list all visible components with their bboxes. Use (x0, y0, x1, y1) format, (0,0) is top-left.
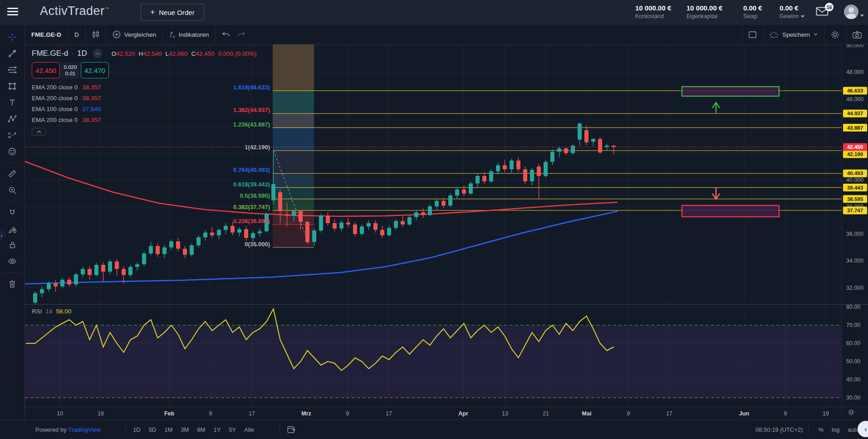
gear-icon (831, 30, 839, 39)
indicators-button[interactable]: ƒx Indikatoren (163, 25, 216, 44)
emoji-tool-icon[interactable] (4, 144, 21, 160)
balance-stat: 10 000.00 €Kontostand (635, 4, 671, 20)
indicator-row[interactable]: EMA 100 close 037.646 (32, 106, 256, 112)
indicator-row[interactable]: EMA 200 close 038.357 (32, 117, 256, 123)
pattern-tool-icon[interactable] (4, 111, 21, 127)
swap-stat: 0.00 €Swap (743, 4, 762, 20)
percent-scale-button[interactable]: % (814, 426, 828, 433)
chevron-up-icon (37, 131, 41, 133)
avatar[interactable] (844, 5, 858, 19)
account-menu-chevron-icon[interactable] (860, 15, 864, 17)
powered-by-label: Powered by (35, 426, 67, 433)
rsi-legend[interactable]: RSI14 58.00 (32, 308, 71, 315)
drawing-toolbar (0, 25, 25, 419)
log-scale-button[interactable]: log (828, 426, 843, 433)
indicator-row[interactable]: EMA 200 close 038.357 (32, 95, 256, 102)
undo-icon[interactable] (222, 31, 230, 38)
range-button-1y[interactable]: 1Y (209, 426, 225, 433)
legend-interval[interactable]: 1D (77, 49, 87, 58)
svg-text:17: 17 (666, 410, 672, 417)
forecast-tool-icon[interactable] (4, 127, 21, 144)
redo-icon[interactable] (237, 31, 245, 38)
svg-text:37.747: 37.747 (847, 208, 863, 213)
svg-text:0.236(36.697): 0.236(36.697) (233, 218, 270, 224)
watchlist-expand-button[interactable]: › (0, 231, 3, 239)
user-icon (844, 5, 858, 19)
crosshair-tool-icon[interactable] (4, 29, 21, 46)
go-to-date-icon[interactable] (287, 426, 296, 434)
svg-text:Feb: Feb (164, 410, 175, 417)
magnet-tool-icon[interactable] (4, 205, 21, 221)
axis-settings-icon[interactable] (848, 409, 855, 418)
symbol-button[interactable]: FME.GE-D (25, 25, 68, 44)
svg-text:10: 10 (57, 410, 63, 417)
svg-text:0.382(37.747): 0.382(37.747) (233, 204, 270, 210)
svg-text:9: 9 (209, 410, 212, 417)
svg-text:44.937: 44.937 (847, 111, 863, 116)
fx-icon: ƒx (169, 30, 175, 39)
compare-button[interactable]: Vergleichen (106, 25, 163, 44)
range-button-5y[interactable]: 5Y (225, 426, 240, 433)
svg-text:18: 18 (98, 410, 104, 417)
svg-text:46.000: 46.000 (846, 96, 863, 102)
range-button-5d[interactable]: 5D (145, 426, 161, 433)
measure-tool-icon[interactable] (4, 166, 21, 182)
support-zone[interactable] (682, 205, 779, 217)
range-button-1m[interactable]: 1M (160, 426, 177, 433)
range-button-alle[interactable]: Alle (240, 426, 258, 433)
collapse-legend-button[interactable] (32, 128, 46, 136)
top-bar: ActivTrader™ + Neue Order 10 000.00 €Kon… (0, 0, 868, 25)
rsi-value: 58.00 (56, 308, 72, 315)
svg-text:Mai: Mai (582, 410, 592, 417)
save-layout-button[interactable]: Speichern (763, 25, 824, 44)
svg-text:17: 17 (386, 410, 392, 417)
range-button-1d[interactable]: 1D (129, 426, 145, 433)
hide-drawings-tool-icon[interactable] (4, 254, 21, 270)
hide-symbol-icon[interactable]: − (93, 49, 102, 58)
svg-text:9: 9 (346, 410, 349, 417)
app-logo: ActivTrader™ (40, 4, 109, 18)
svg-text:30.00: 30.00 (846, 395, 860, 401)
lock-all-tool-icon[interactable] (4, 237, 21, 254)
zoom-in-tool-icon[interactable] (4, 182, 21, 199)
menu-icon[interactable] (7, 8, 18, 17)
svg-text:17: 17 (249, 410, 255, 417)
new-order-button[interactable]: + Neue Order (141, 4, 204, 21)
range-buttons: 1D5D1M3M6M1Y5YAlle (129, 420, 258, 439)
text-tool-icon[interactable] (4, 95, 21, 111)
svg-text:43.887: 43.887 (847, 125, 863, 131)
profit-stat[interactable]: 0.00 € Gewinn (780, 4, 804, 20)
svg-text:0.618(39.443): 0.618(39.443) (233, 181, 270, 188)
mail-button[interactable]: 16 (816, 6, 831, 19)
sell-button[interactable]: 42.450 (32, 62, 60, 78)
chart-type-button[interactable] (86, 25, 106, 44)
legend-symbol[interactable]: FME.GE-d (32, 49, 68, 58)
clock-label[interactable]: 08:50:19 (UTC+2) (755, 426, 803, 433)
svg-text:38.595: 38.595 (847, 196, 863, 202)
tradingview-link[interactable]: TradingView (68, 426, 101, 433)
svg-text:0.764(40.493): 0.764(40.493) (233, 166, 270, 173)
circle-plus-icon (113, 30, 121, 39)
remove-drawings-tool-icon[interactable] (4, 276, 21, 292)
range-button-3m[interactable]: 3M (177, 426, 193, 433)
layout-panel-button[interactable] (742, 25, 763, 44)
undo-redo-group (216, 25, 252, 44)
svg-text:19: 19 (823, 410, 829, 417)
svg-text:Apr: Apr (458, 410, 468, 417)
chart-settings-button[interactable] (824, 25, 846, 44)
fib-lines-tool-icon[interactable] (4, 62, 21, 78)
svg-text:34.000: 34.000 (846, 258, 863, 264)
panel-icon (749, 31, 756, 38)
indicator-row[interactable]: EMA 200 close 038.357 (32, 84, 256, 91)
screenshot-button[interactable] (846, 25, 868, 44)
range-button-6m[interactable]: 6M (193, 426, 209, 433)
shapes-tool-icon[interactable] (4, 78, 21, 95)
svg-text:Jun: Jun (739, 410, 749, 417)
interval-button[interactable]: D (68, 25, 86, 44)
resistance-zone[interactable] (682, 87, 779, 96)
chevron-down-icon (801, 15, 804, 18)
svg-text:42.450: 42.450 (847, 144, 863, 150)
trend-line-tool-icon[interactable] (4, 46, 21, 62)
svg-text:60.00: 60.00 (846, 340, 860, 346)
buy-button[interactable]: 42.470 (81, 62, 109, 78)
